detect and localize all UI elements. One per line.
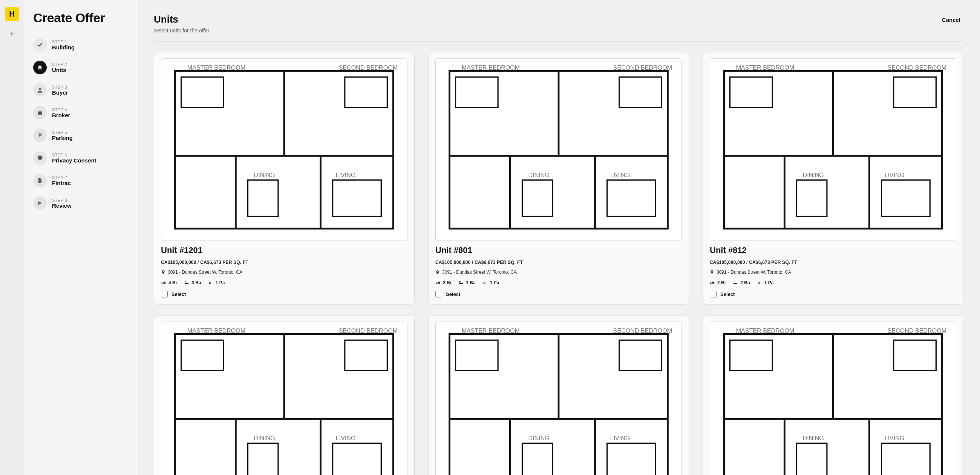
- svg-rect-77: [894, 340, 936, 370]
- svg-rect-49: [345, 340, 388, 370]
- floorplan-image: MASTER BEDROOMSECOND BEDROOMDININGLIVING: [161, 59, 407, 241]
- step-kicker: STEP 6: [52, 153, 97, 157]
- unit-address-text: 3091 - Dundas Street W, Toronto, CA: [442, 269, 517, 275]
- plus-icon: +: [10, 29, 14, 39]
- unit-price: CA$105,000,000 / CA$6,673 PER SQ. FT: [161, 260, 407, 265]
- select-checkbox[interactable]: [710, 291, 716, 297]
- select-label[interactable]: Select: [720, 292, 735, 297]
- step-list: STEP 1BuildingSTEP 2UnitsSTEP 3BuyerSTEP…: [33, 36, 128, 212]
- svg-rect-51: [333, 443, 382, 475]
- unit-card[interactable]: MASTER BEDROOMSECOND BEDROOMDININGLIVING…: [154, 52, 415, 304]
- svg-text:SECOND BEDROOM: SECOND BEDROOM: [613, 64, 672, 71]
- stat-parking: P1 Pa: [208, 280, 225, 285]
- step-units[interactable]: STEP 2Units: [33, 59, 128, 77]
- parking-icon: [33, 129, 47, 142]
- unit-address: 3091 - Dundas Street W, Toronto, CA: [710, 269, 956, 276]
- step-building[interactable]: STEP 1Building: [33, 36, 128, 54]
- step-buyer[interactable]: STEP 3Buyer: [33, 81, 128, 99]
- stat-bathrooms: 1 Ba: [458, 280, 475, 285]
- flag-icon: [33, 196, 47, 210]
- step-broker[interactable]: STEP 4Broker: [33, 104, 128, 122]
- unit-card[interactable]: MASTER BEDROOMSECOND BEDROOMDININGLIVING…: [428, 315, 689, 475]
- logo-letter: H: [9, 10, 14, 19]
- step-label: Privacy Consent: [52, 157, 97, 164]
- svg-text:LIVING: LIVING: [610, 171, 630, 178]
- unit-address-text: 3091 - Dundas Street W, Toronto, CA: [716, 269, 791, 275]
- select-label[interactable]: Select: [172, 292, 186, 297]
- select-row: Select: [435, 291, 682, 297]
- step-parking[interactable]: STEP 5Parking: [33, 126, 128, 144]
- svg-text:MASTER BEDROOM: MASTER BEDROOM: [462, 327, 520, 334]
- svg-text:P: P: [209, 281, 211, 285]
- wizard-sidebar: Create Offer STEP 1BuildingSTEP 2UnitsST…: [24, 0, 137, 475]
- shield-icon: [33, 151, 47, 165]
- section-subtitle: Select units for the offer: [154, 27, 210, 33]
- step-kicker: STEP 1: [52, 40, 75, 44]
- svg-rect-21: [619, 77, 662, 107]
- svg-rect-63: [619, 340, 662, 370]
- step-label: Building: [52, 44, 75, 51]
- units-grid: MASTER BEDROOMSECOND BEDROOMDININGLIVING…: [137, 41, 980, 475]
- svg-rect-50: [248, 443, 278, 475]
- svg-rect-79: [881, 443, 930, 475]
- doc-icon: [33, 174, 47, 187]
- svg-point-0: [39, 88, 41, 90]
- check-icon: [33, 38, 47, 52]
- main-header: Units Select units for the offer Cancel: [137, 0, 980, 37]
- unit-address-text: 3091 - Dundas Street W, Toronto, CA: [168, 269, 242, 275]
- unit-price: CA$105,000,000 / CA$6,673 PER SQ. FT: [435, 260, 682, 265]
- svg-rect-6: [181, 77, 224, 107]
- step-label: Buyer: [52, 89, 68, 96]
- step-label: Broker: [52, 112, 70, 118]
- svg-text:LIVING: LIVING: [336, 171, 356, 178]
- svg-text:SECOND BEDROOM: SECOND BEDROOM: [613, 327, 672, 334]
- step-review[interactable]: STEP 8Review: [33, 194, 128, 212]
- page-title: Create Offer: [33, 11, 128, 25]
- svg-rect-8: [248, 180, 278, 216]
- svg-rect-9: [333, 180, 382, 216]
- svg-text:LIVING: LIVING: [336, 435, 356, 442]
- svg-rect-23: [607, 180, 656, 216]
- svg-rect-22: [522, 180, 552, 216]
- step-privacy-consent[interactable]: STEP 6Privacy Consent: [33, 149, 128, 167]
- unit-card[interactable]: MASTER BEDROOMSECOND BEDROOMDININGLIVING…: [703, 315, 963, 475]
- svg-rect-62: [456, 340, 498, 370]
- step-kicker: STEP 5: [52, 130, 73, 135]
- unit-card[interactable]: MASTER BEDROOMSECOND BEDROOMDININGLIVING…: [703, 52, 963, 304]
- add-button[interactable]: +: [6, 28, 18, 40]
- briefcase-icon: [33, 106, 47, 120]
- floorplan-image: MASTER BEDROOMSECOND BEDROOMDININGLIVING: [435, 59, 682, 241]
- cancel-button[interactable]: Cancel: [939, 14, 963, 26]
- section-heading: Units Select units for the offer: [154, 14, 210, 33]
- stat-parking: P1 Pa: [482, 280, 500, 285]
- svg-text:MASTER BEDROOM: MASTER BEDROOM: [736, 64, 795, 71]
- step-fintrac[interactable]: STEP 7Fintrac: [33, 172, 128, 190]
- svg-text:LIVING: LIVING: [885, 171, 905, 178]
- step-kicker: STEP 4: [52, 107, 70, 112]
- unit-price: CA$105,000,000 / CA$6,673 PER SQ. FT: [710, 260, 956, 265]
- step-kicker: STEP 8: [52, 198, 72, 202]
- section-title: Units: [154, 14, 210, 25]
- svg-text:MASTER BEDROOM: MASTER BEDROOM: [736, 327, 795, 334]
- main-content: Units Select units for the offer Cancel …: [137, 0, 980, 475]
- app-logo[interactable]: H: [5, 7, 19, 21]
- pin-icon: [710, 270, 714, 276]
- svg-rect-20: [456, 77, 498, 107]
- svg-rect-37: [881, 180, 930, 216]
- svg-text:DINING: DINING: [528, 435, 550, 442]
- unit-card[interactable]: MASTER BEDROOMSECOND BEDROOMDININGLIVING…: [428, 52, 689, 304]
- stat-bathrooms: 2 Ba: [733, 280, 750, 285]
- select-checkbox[interactable]: [435, 291, 442, 297]
- app-root: H + Create Offer STEP 1BuildingSTEP 2Uni…: [0, 0, 980, 475]
- svg-text:DINING: DINING: [803, 171, 824, 178]
- step-label: Fintrac: [52, 180, 71, 186]
- svg-text:DINING: DINING: [803, 435, 824, 442]
- svg-rect-34: [730, 77, 773, 107]
- unit-card[interactable]: MASTER BEDROOMSECOND BEDROOMDININGLIVING…: [154, 315, 415, 475]
- floorplan-image: MASTER BEDROOMSECOND BEDROOMDININGLIVING: [710, 322, 956, 475]
- select-checkbox[interactable]: [161, 291, 168, 297]
- select-label[interactable]: Select: [446, 292, 460, 297]
- select-row: Select: [710, 291, 956, 297]
- pin-icon: [161, 270, 165, 276]
- svg-text:LIVING: LIVING: [885, 435, 905, 442]
